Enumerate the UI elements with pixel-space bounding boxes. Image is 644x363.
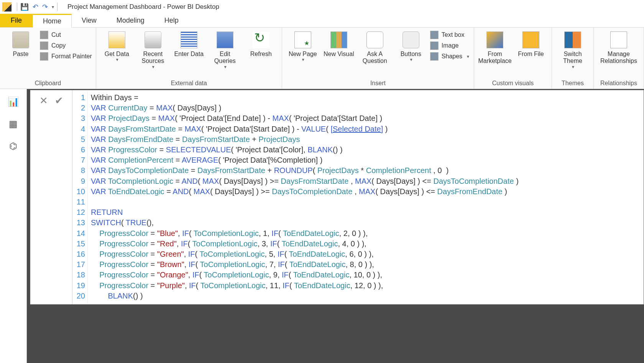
buttons-icon <box>402 31 419 48</box>
edit-queries-icon <box>217 31 233 48</box>
report-view-icon[interactable]: 📊 <box>7 96 20 107</box>
ribbon: Paste Cut Copy Format Painter Clipboard … <box>0 28 644 89</box>
new-page-icon <box>294 31 311 48</box>
edit-queries-button[interactable]: Edit Queries▼ <box>208 30 242 69</box>
marketplace-icon <box>486 31 503 48</box>
quick-access-toolbar: 💾 ↶ ↷ ▾ <box>20 3 54 11</box>
from-file-icon <box>522 31 539 48</box>
cut-label: Cut <box>51 31 61 38</box>
paste-label: Paste <box>13 51 29 58</box>
from-file-label: From File <box>518 51 544 58</box>
data-view-icon[interactable]: ▦ <box>7 118 20 130</box>
get-data-button[interactable]: Get Data▼ <box>100 30 134 62</box>
chevron-down-icon: ▼ <box>409 58 413 62</box>
refresh-icon <box>253 31 269 48</box>
insert-group-label: Insert <box>286 79 470 88</box>
enter-data-icon <box>181 31 197 48</box>
tab-help[interactable]: Help <box>154 14 189 27</box>
recent-sources-button[interactable]: Recent Sources▼ <box>136 30 170 69</box>
from-file-button[interactable]: From File <box>514 30 548 58</box>
enter-data-label: Enter Data <box>174 51 204 58</box>
buttons-label: Buttons <box>401 51 421 58</box>
menu-bar: File Home View Modeling Help <box>0 14 644 28</box>
formula-commit-icon[interactable]: ✔ <box>55 95 63 107</box>
image-label: Image <box>442 42 458 49</box>
tab-modeling[interactable]: Modeling <box>107 14 154 27</box>
tab-view[interactable]: View <box>72 14 107 27</box>
ask-a-question-label: Ask A Question <box>358 51 392 65</box>
format-painter-label: Format Painter <box>51 53 92 60</box>
chevron-down-icon: ▼ <box>115 58 119 62</box>
switch-theme-label: Switch Theme <box>556 51 590 65</box>
shapes-button[interactable]: Shapes▼ <box>430 52 470 61</box>
new-visual-label: New Visual <box>324 51 354 58</box>
separator <box>57 3 58 11</box>
refresh-button[interactable]: Refresh <box>244 30 278 58</box>
ask-a-question-button[interactable]: Ask A Question <box>358 30 392 65</box>
save-icon[interactable]: 💾 <box>20 3 29 11</box>
formula-editor[interactable]: Within Days = VAR CurrentDay = MAX( Days… <box>88 90 644 304</box>
new-page-label: New Page <box>289 51 317 58</box>
manage-relationships-button[interactable]: Manage Relationships <box>598 30 640 65</box>
clipboard-group-label: Clipboard <box>4 79 92 88</box>
paste-icon <box>12 31 29 48</box>
ribbon-group-custom-visuals: From Marketplace From File Custom visual… <box>474 28 552 89</box>
cut-button[interactable]: Cut <box>40 31 92 39</box>
separator <box>17 3 17 11</box>
copy-button[interactable]: Copy <box>40 41 92 50</box>
title-bar: 💾 ↶ ↷ ▾ Project Management Dashboard - P… <box>0 0 644 14</box>
chevron-down-icon: ▼ <box>571 65 575 69</box>
paste-button[interactable]: Paste <box>4 30 38 58</box>
new-visual-button[interactable]: New Visual <box>322 30 356 58</box>
get-data-icon <box>108 31 125 48</box>
from-marketplace-button[interactable]: From Marketplace <box>478 30 512 65</box>
format-painter-button[interactable]: Format Painter <box>40 52 92 61</box>
tab-home[interactable]: Home <box>33 14 72 28</box>
ask-icon <box>366 31 383 48</box>
refresh-label: Refresh <box>250 51 272 58</box>
custom-visuals-group-label: Custom visuals <box>478 79 548 88</box>
formula-gutter: 1234567891011121314151617181920 <box>72 90 88 304</box>
new-page-button[interactable]: New Page▼ <box>286 30 320 62</box>
image-button[interactable]: Image <box>430 41 470 50</box>
recent-sources-icon <box>145 31 161 48</box>
qat-dropdown-icon[interactable]: ▾ <box>52 4 54 10</box>
file-menu[interactable]: File <box>0 14 33 27</box>
enter-data-button[interactable]: Enter Data <box>172 30 206 58</box>
relationships-icon <box>610 31 627 48</box>
switch-theme-button[interactable]: Switch Theme▼ <box>556 30 590 69</box>
chevron-down-icon: ▼ <box>466 54 470 59</box>
formula-cancel-icon[interactable]: ✕ <box>39 95 48 107</box>
chevron-down-icon: ▼ <box>151 65 155 69</box>
chevron-down-icon: ▼ <box>223 65 227 69</box>
buttons-button[interactable]: Buttons▼ <box>394 30 428 62</box>
window-title: Project Management Dashboard - Power BI … <box>67 3 219 11</box>
get-data-label: Get Data <box>105 51 129 58</box>
shapes-icon <box>430 52 439 61</box>
scissors-icon <box>40 31 48 39</box>
chevron-down-icon: ▼ <box>301 58 305 62</box>
shapes-label: Shapes <box>442 53 462 60</box>
new-visual-icon <box>330 31 347 48</box>
ribbon-group-relationships: Manage Relationships Relationships <box>594 28 644 89</box>
view-rail: 📊 ▦ ⌬ <box>0 89 27 363</box>
relationships-group-label: Relationships <box>598 79 640 88</box>
model-view-icon[interactable]: ⌬ <box>7 140 20 152</box>
image-icon <box>430 41 439 50</box>
undo-icon[interactable]: ↶ <box>33 3 38 11</box>
theme-icon <box>564 31 581 48</box>
from-marketplace-label: From Marketplace <box>478 51 512 65</box>
text-box-label: Text box <box>442 31 465 38</box>
ribbon-group-insert: New Page▼ New Visual Ask A Question Butt… <box>282 28 474 89</box>
formula-bar-expanded: ✕ ✔ 1234567891011121314151617181920 With… <box>30 90 644 305</box>
redo-icon[interactable]: ↷ <box>42 3 48 11</box>
text-box-button[interactable]: Text box <box>430 31 470 39</box>
themes-group-label: Themes <box>556 79 590 88</box>
brush-icon <box>40 52 48 61</box>
text-box-icon <box>430 31 439 39</box>
ribbon-group-external-data: Get Data▼ Recent Sources▼ Enter Data Edi… <box>96 28 282 89</box>
external-data-group-label: External data <box>100 79 278 88</box>
app-icon <box>2 2 12 12</box>
copy-icon <box>40 41 48 50</box>
edit-queries-label: Edit Queries <box>208 51 242 65</box>
